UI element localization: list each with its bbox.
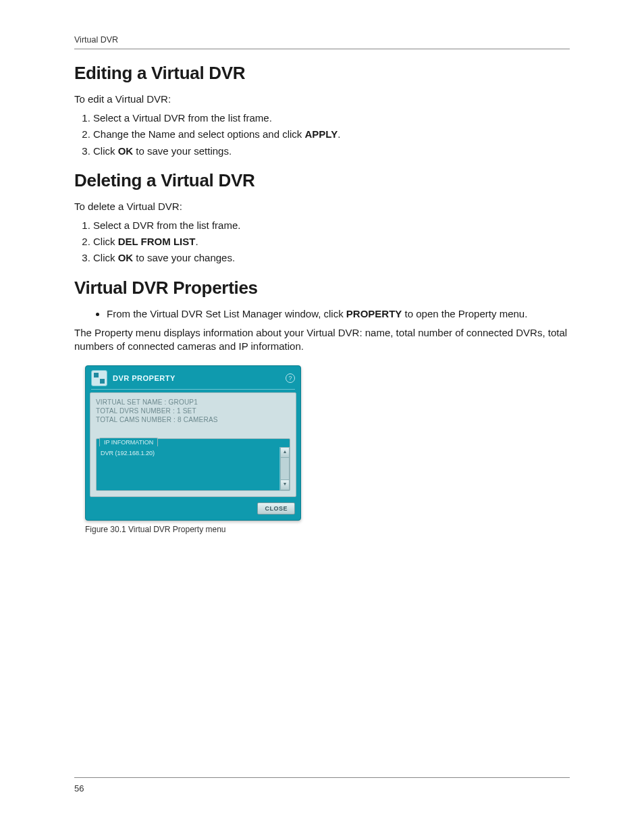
scroll-down-icon[interactable]: ▾: [280, 479, 290, 490]
del-step-3-pre: Click: [93, 252, 118, 263]
dvr-window-footer: CLOSE: [86, 501, 300, 520]
edit-step-3: Click OK to save your settings.: [93, 145, 570, 158]
scroll-track[interactable]: [280, 458, 290, 479]
page-footer: 56: [74, 777, 570, 793]
dvr-window-separator: [91, 389, 295, 390]
dvr-property-window: DVR PROPERTY ? VIRTUAL SET NAME : GROUP1…: [85, 365, 301, 521]
heading-deleting: Deleting a Virtual DVR: [74, 170, 570, 191]
del-step-2-bold: DEL FROM LIST: [118, 236, 196, 247]
dvr-row-cams: TOTAL CAMS NUMBER : 8 CAMERAS: [96, 416, 290, 423]
del-step-2-pre: Click: [93, 236, 118, 247]
ip-scrollbar[interactable]: ▴ ▾: [279, 447, 290, 490]
dvr-window-title: DVR PROPERTY: [113, 374, 286, 382]
lead-deleting: To delete a Virtual DVR:: [74, 201, 570, 212]
running-header: Virtual DVR: [74, 35, 570, 49]
figure-caption: Figure 30.1 Virtual DVR Property menu: [85, 525, 570, 534]
edit-step-3-pre: Click: [93, 145, 118, 157]
prop-bullet-bold: PROPERTY: [346, 308, 402, 319]
scroll-up-icon[interactable]: ▴: [280, 447, 290, 458]
del-step-1: Select a DVR from the list frame.: [93, 219, 570, 232]
dvr-window-header: DVR PROPERTY ?: [86, 366, 300, 389]
prop-bullet-1: From the Virtual DVR Set List Manager wi…: [107, 308, 570, 319]
edit-step-2-post: .: [338, 128, 340, 140]
del-step-2-post: .: [195, 236, 198, 247]
edit-step-2-pre: Change the Name and select options and c…: [93, 128, 305, 140]
bullets-properties: From the Virtual DVR Set List Manager wi…: [74, 308, 570, 319]
dvr-window-body: VIRTUAL SET NAME : GROUP1 TOTAL DVRS NUM…: [90, 392, 296, 497]
ip-information-box: IP INFORMATION DVR (192.168.1.20) ▴ ▾: [96, 438, 290, 491]
prop-bullet-post: to open the Property menu.: [402, 308, 527, 319]
heading-properties: Virtual DVR Properties: [74, 278, 570, 298]
edit-step-3-bold: OK: [118, 145, 134, 157]
page-number: 56: [74, 783, 84, 793]
dvr-row-dvrs: TOTAL DVRS NUMBER : 1 SET: [96, 407, 290, 415]
steps-editing: Select a Virtual DVR from the list frame…: [74, 111, 570, 158]
del-step-3-post: to save your changes.: [133, 252, 235, 263]
edit-step-2: Change the Name and select options and c…: [93, 128, 570, 141]
ip-line-1: DVR (192.168.1.20): [101, 450, 275, 457]
dvr-row-setname: VIRTUAL SET NAME : GROUP1: [96, 398, 290, 406]
del-step-3: Click OK to save your changes.: [93, 251, 570, 265]
prop-bullet-pre: From the Virtual DVR Set List Manager wi…: [107, 308, 346, 319]
help-icon[interactable]: ?: [286, 373, 295, 383]
close-button[interactable]: CLOSE: [257, 502, 295, 515]
page-content: Virtual DVR Editing a Virtual DVR To edi…: [74, 35, 570, 793]
edit-step-1: Select a Virtual DVR from the list frame…: [93, 111, 570, 125]
prop-body: The Property menu displays information a…: [74, 326, 570, 354]
steps-deleting: Select a DVR from the list frame. Click …: [74, 219, 570, 265]
heading-editing: Editing a Virtual DVR: [74, 63, 570, 84]
lead-editing: To edit a Virtual DVR:: [74, 93, 570, 105]
del-step-3-bold: OK: [118, 252, 134, 263]
ip-information-content: DVR (192.168.1.20): [97, 447, 279, 490]
dvr-window-icon: [91, 370, 107, 386]
del-step-2: Click DEL FROM LIST.: [93, 235, 570, 249]
ip-information-tab: IP INFORMATION: [99, 438, 158, 446]
edit-step-3-post: to save your settings.: [133, 145, 232, 157]
edit-step-2-bold: APPLY: [305, 128, 338, 140]
